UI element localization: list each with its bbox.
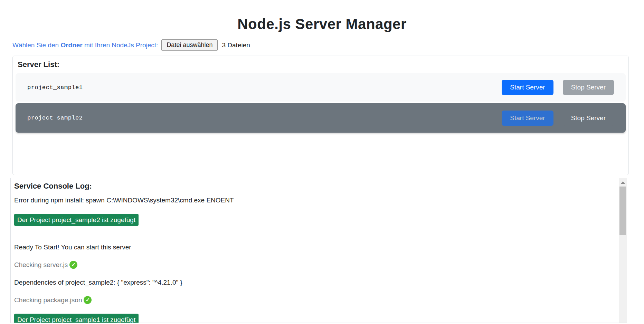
- check-circle-icon: ✓: [84, 296, 92, 304]
- success-badge: Der Project project_sample1 ist zugefügt: [14, 314, 139, 323]
- folder-picker-label-bold: Ordner: [60, 41, 82, 49]
- stop-server-button[interactable]: Stop Server: [563, 80, 614, 95]
- server-list-rows: project_sample1 Start Server Stop Server…: [15, 73, 626, 133]
- folder-picker-label: Wählen Sie den Ordner mit Ihren NodeJs P…: [12, 41, 158, 49]
- success-badge: Der Project project_sample2 ist zugefügt: [14, 214, 139, 226]
- server-row-buttons: Start Server Stop Server: [502, 111, 614, 126]
- console-log-entries: Error during npm install: spawn C:\WINDO…: [14, 196, 615, 323]
- console-log-line: Ready To Start! You can start this serve…: [14, 243, 615, 251]
- console-log-line: Der Project project_sample2 ist zugefügt: [14, 214, 615, 234]
- scroll-up-arrow-icon: [621, 181, 625, 184]
- console-log-panel: Service Console Log: Error during npm in…: [10, 178, 627, 323]
- start-server-button[interactable]: Start Server: [502, 111, 553, 126]
- server-list-panel: Server List: project_sample1 Start Serve…: [12, 56, 629, 175]
- scrollbar-thumb[interactable]: [619, 187, 626, 235]
- server-name: project_sample1: [27, 84, 83, 91]
- server-row-buttons: Start Server Stop Server: [502, 80, 614, 95]
- folder-picker-row: Wählen Sie den Ordner mit Ihren NodeJs P…: [12, 39, 644, 51]
- scrollbar-up-button[interactable]: [619, 178, 627, 187]
- console-log-line: Dependencies of project_sample2: { "expr…: [14, 278, 615, 286]
- server-row: project_sample2 Start Server Stop Server: [16, 103, 626, 133]
- server-row: project_sample1 Start Server Stop Server: [16, 73, 626, 102]
- check-circle-icon: ✓: [69, 261, 77, 269]
- console-log-line: Checking server.js ✓: [14, 261, 615, 269]
- file-count-label: 3 Dateien: [222, 41, 250, 49]
- console-log-line-text: Checking server.js: [14, 261, 68, 269]
- stop-server-button[interactable]: Stop Server: [563, 111, 614, 126]
- console-log-heading: Service Console Log:: [14, 182, 615, 191]
- page-title: Node.js Server Manager: [0, 16, 644, 32]
- console-log-line-text: Checking package.json: [14, 296, 82, 304]
- start-server-button[interactable]: Start Server: [502, 80, 553, 95]
- console-log-line: Error during npm install: spawn C:\WINDO…: [14, 196, 615, 204]
- console-log-line: Der Project project_sample1 ist zugefügt: [14, 314, 615, 323]
- console-scrollbar[interactable]: [619, 178, 627, 323]
- console-log-line: Checking package.json ✓: [14, 296, 615, 304]
- server-list-heading: Server List:: [18, 60, 626, 69]
- choose-file-button[interactable]: Datei auswählen: [161, 39, 218, 51]
- server-name: project_sample2: [27, 115, 83, 121]
